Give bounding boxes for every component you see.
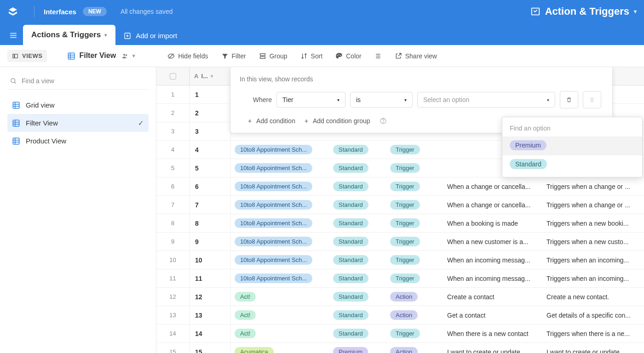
cell-tier[interactable]: Standard	[329, 292, 386, 302]
cell-description[interactable]: Triggers when an incoming...	[543, 256, 644, 264]
views-button[interactable]: VIEWS	[7, 50, 47, 62]
cell-app[interactable]: 10to8 Appointment Sch...	[231, 200, 329, 210]
filter-value-select[interactable]: Select an option ▾	[417, 92, 555, 108]
row-height-button[interactable]	[369, 50, 387, 63]
cell-app[interactable]: 10to8 Appointment Sch...	[231, 273, 329, 283]
drag-condition-handle[interactable]	[583, 91, 601, 108]
table-row[interactable]: 7 7 10to8 Appointment Sch... Standard Tr…	[156, 196, 644, 214]
cell-id[interactable]: 1	[190, 85, 231, 103]
cell-id[interactable]: 9	[190, 233, 231, 251]
table-row[interactable]: 13 13 Act! Standard Action Get a contact…	[156, 306, 644, 325]
cell-id[interactable]: 11	[190, 269, 231, 287]
cell-description[interactable]: Create a new contact.	[543, 293, 644, 301]
sidebar-view-item[interactable]: Product View	[7, 132, 149, 150]
cell-name[interactable]: When a change or cancella...	[443, 201, 543, 209]
select-all-checkbox[interactable]	[156, 67, 190, 85]
filter-operator-select[interactable]: is ▾	[350, 92, 413, 108]
cell-type[interactable]: Trigger	[386, 218, 443, 228]
help-icon[interactable]	[380, 117, 387, 125]
cell-id[interactable]: 15	[190, 343, 231, 353]
cell-tier[interactable]: Standard	[329, 218, 386, 228]
cell-name[interactable]: When an incoming messag...	[443, 275, 543, 282]
cell-app[interactable]: 10to8 Appointment Sch...	[231, 182, 329, 191]
share-view-button[interactable]: Share view	[389, 50, 443, 63]
sort-button[interactable]: Sort	[295, 50, 328, 63]
cell-tier[interactable]: Standard	[329, 145, 386, 154]
cell-name[interactable]: Get a contact	[443, 312, 543, 319]
sidebar-view-item[interactable]: Grid view	[7, 96, 149, 114]
cell-description[interactable]: Get details of a specific con...	[543, 312, 644, 319]
cell-app[interactable]: 10to8 Appointment Sch...	[231, 145, 329, 154]
add-condition-group-button[interactable]: + Add condition group	[305, 117, 370, 125]
caret-down-icon[interactable]: ▾	[104, 32, 107, 38]
cell-tier[interactable]: Standard	[329, 273, 386, 283]
cell-id[interactable]: 4	[190, 141, 231, 159]
cell-description[interactable]: Triggers when an incoming...	[543, 275, 644, 282]
cell-name[interactable]: When there is a new contact	[443, 330, 543, 337]
filter-field-select[interactable]: Tier ▾	[276, 92, 345, 108]
cell-id[interactable]: 14	[190, 325, 231, 342]
cell-id[interactable]: 5	[190, 159, 231, 177]
cell-id[interactable]: 10	[190, 251, 231, 269]
table-row[interactable]: 8 8 10to8 Appointment Sch... Standard Tr…	[156, 214, 644, 233]
dropdown-option[interactable]: Standard	[502, 155, 642, 174]
add-condition-button[interactable]: + Add condition	[248, 117, 295, 125]
cell-tier[interactable]: Standard	[329, 163, 386, 173]
cell-type[interactable]: Action	[386, 292, 443, 302]
cell-id[interactable]: 6	[190, 177, 231, 195]
table-row[interactable]: 10 10 10to8 Appointment Sch... Standard …	[156, 251, 644, 269]
menu-icon[interactable]	[4, 31, 23, 45]
cell-description[interactable]: Triggers when there is a ne...	[543, 330, 644, 337]
cell-app[interactable]: Act!	[231, 292, 329, 302]
cell-app[interactable]: Act!	[231, 329, 329, 338]
caret-down-icon[interactable]: ▾	[132, 53, 135, 59]
cell-type[interactable]: Trigger	[386, 255, 443, 265]
cell-type[interactable]: Trigger	[386, 145, 443, 154]
add-import-button[interactable]: Add or import	[115, 32, 185, 45]
cell-description[interactable]: I want to create or update ...	[543, 348, 644, 353]
cell-tier[interactable]: Standard	[329, 237, 386, 246]
interfaces-link[interactable]: Interfaces	[44, 8, 76, 16]
cell-type[interactable]: Trigger	[386, 200, 443, 210]
view-search[interactable]: Find a view	[7, 73, 149, 90]
group-button[interactable]: Group	[253, 50, 293, 63]
table-row[interactable]: 11 11 10to8 Appointment Sch... Standard …	[156, 269, 644, 288]
hide-fields-button[interactable]: Hide fields	[162, 50, 213, 63]
cell-name[interactable]: When a change or cancella...	[443, 183, 543, 190]
cell-app[interactable]: 10to8 Appointment Sch...	[231, 255, 329, 265]
cell-name[interactable]: I want to create or update ...	[443, 348, 543, 353]
cell-type[interactable]: Trigger	[386, 237, 443, 246]
option-search[interactable]: Find an option	[502, 120, 642, 137]
cell-name[interactable]: When an incoming messag...	[443, 256, 543, 264]
cell-type[interactable]: Trigger	[386, 182, 443, 191]
logo-icon[interactable]	[7, 6, 18, 17]
table-row[interactable]: 6 6 10to8 Appointment Sch... Standard Tr…	[156, 177, 644, 196]
cell-type[interactable]: Trigger	[386, 273, 443, 283]
caret-down-icon[interactable]: ▾	[211, 74, 213, 79]
cell-id[interactable]: 2	[190, 104, 231, 122]
cell-tier[interactable]: Standard	[329, 255, 386, 265]
cell-description[interactable]: Triggers when a change or ...	[543, 183, 644, 190]
cell-id[interactable]: 13	[190, 306, 231, 324]
cell-description[interactable]: Triggers when a change or ...	[543, 201, 644, 209]
delete-condition-button[interactable]	[560, 91, 578, 108]
cell-name[interactable]: When a new customer is a...	[443, 238, 543, 245]
column-header-id[interactable]: A I... ▾	[190, 67, 231, 85]
sidebar-view-item[interactable]: Filter View✓	[7, 114, 149, 132]
cell-id[interactable]: 3	[190, 122, 231, 140]
cell-type[interactable]: Trigger	[386, 329, 443, 338]
people-icon[interactable]	[121, 51, 129, 60]
cell-id[interactable]: 12	[190, 288, 231, 306]
cell-app[interactable]: Acumatica	[231, 347, 329, 353]
table-row[interactable]: 14 14 Act! Standard Trigger When there i…	[156, 325, 644, 343]
cell-tier[interactable]: Standard	[329, 310, 386, 320]
cell-id[interactable]: 8	[190, 214, 231, 232]
cell-app[interactable]: Act!	[231, 310, 329, 320]
current-view-name[interactable]: Filter View ▾	[63, 49, 140, 63]
cell-name[interactable]: Create a contact	[443, 293, 543, 301]
cell-name[interactable]: When a booking is made	[443, 220, 543, 227]
color-button[interactable]: Color	[330, 50, 367, 63]
table-row[interactable]: 9 9 10to8 Appointment Sch... Standard Tr…	[156, 233, 644, 251]
cell-type[interactable]: Action	[386, 310, 443, 320]
cell-app[interactable]: 10to8 Appointment Sch...	[231, 218, 329, 228]
